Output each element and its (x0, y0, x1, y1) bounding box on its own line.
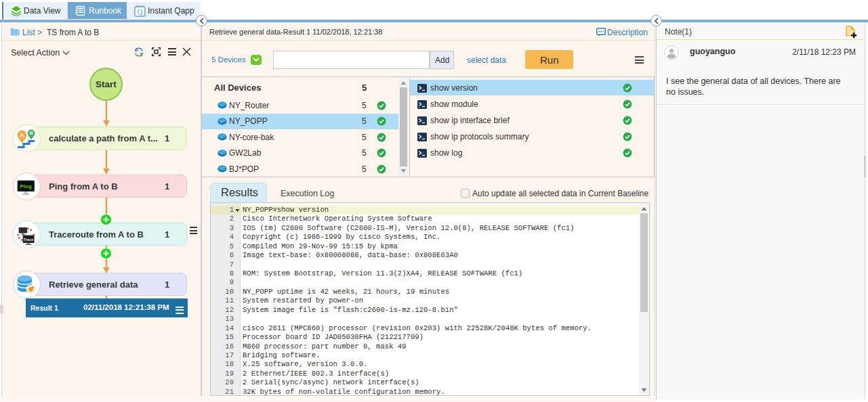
svg-text:Q: Q (138, 7, 143, 16)
svg-text:B: B (30, 130, 33, 136)
svg-text:Ping: Ping (20, 183, 32, 189)
svg-text:A: A (20, 131, 24, 139)
svg-text:Trace: Trace (24, 238, 34, 242)
